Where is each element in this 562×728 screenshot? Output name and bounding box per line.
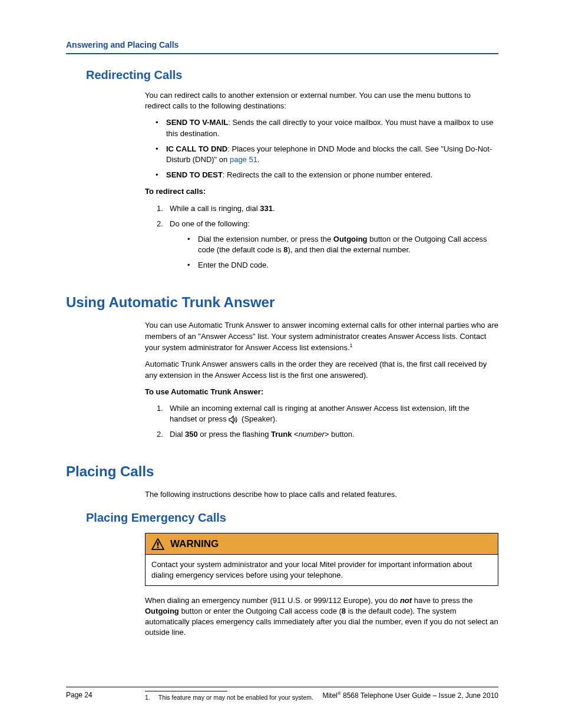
trunk-p1-text: You can use Automatic Trunk Answer to an… <box>145 321 498 352</box>
heading-emergency: Placing Emergency Calls <box>86 511 498 525</box>
text: button or enter the Outgoing Call access… <box>179 607 342 615</box>
list-item: SEND TO V-MAIL: Sends the call directly … <box>156 117 498 139</box>
step: While an incoming external call is ringi… <box>157 403 498 424</box>
button-name: Outgoing <box>333 235 368 243</box>
step-text: > button. <box>325 430 355 439</box>
heading-redirecting-calls: Redirecting Calls <box>86 68 498 82</box>
text: have to press the <box>412 596 472 605</box>
warning-icon <box>151 538 164 550</box>
list-item: IC CALL TO DND: Places your telephone in… <box>156 144 498 165</box>
redirecting-intro: You can redirect calls to another extens… <box>145 90 498 111</box>
speaker-icon <box>229 416 239 424</box>
warning-label: WARNING <box>170 537 219 551</box>
step-text: (Speaker). <box>239 414 277 423</box>
substep: Dial the extension number, or press the … <box>187 234 498 255</box>
button-name: Outgoing <box>145 607 179 615</box>
page-footer: Page 24 Mitel® 8568 Telephone User Guide… <box>66 687 498 700</box>
page-number: Page 24 <box>66 691 92 700</box>
step: While a call is ringing, dial 331. <box>157 203 498 214</box>
redirecting-list: SEND TO V-MAIL: Sends the call directly … <box>156 117 498 180</box>
warning-body-text: Contact your system administrator and yo… <box>146 555 498 585</box>
code: 8 <box>342 607 346 615</box>
page-link[interactable]: page 51 <box>230 155 257 164</box>
dial-code: 350 <box>185 430 198 439</box>
doc-title: 8568 Telephone User Guide – Issue 2, Jun… <box>341 691 498 700</box>
emergency-body: WARNING Contact your system administrato… <box>145 533 498 638</box>
substep-text: Dial the extension number, or press the <box>198 235 333 243</box>
warning-box: WARNING Contact your system administrato… <box>145 533 498 586</box>
item-label: SEND TO DEST <box>166 170 223 179</box>
heading-trunk-answer: Using Automatic Trunk Answer <box>66 294 498 311</box>
step-text: While a call is ringing, dial <box>170 204 260 213</box>
item-label: IC CALL TO DND <box>166 144 227 153</box>
step-text: Dial <box>170 430 185 439</box>
trunk-steps: While an incoming external call is ringi… <box>157 403 498 440</box>
footnote-ref: 1 <box>350 342 353 348</box>
button-name: Trunk <box>271 430 292 439</box>
footer-right: Mitel® 8568 Telephone User Guide – Issue… <box>322 691 498 700</box>
warning-header: WARNING <box>146 533 498 555</box>
brand: Mitel <box>322 691 337 700</box>
heading-placing-calls: Placing Calls <box>66 463 498 480</box>
howto-label: To use Automatic Trunk Answer: <box>145 387 498 397</box>
substep: Enter the DND code. <box>187 260 498 271</box>
item-text: . <box>257 155 260 164</box>
emphasis-not: not <box>400 596 412 605</box>
redirecting-body: You can redirect calls to another extens… <box>145 90 498 271</box>
step: Do one of the following: Dial the extens… <box>157 219 498 271</box>
trunk-body: You can use Automatic Trunk Answer to an… <box>145 320 498 440</box>
svg-rect-1 <box>157 546 159 548</box>
dial-code: 331 <box>260 204 273 213</box>
step-text: or press the flashing <box>198 430 271 439</box>
text: When dialing an emergency number (911 U.… <box>145 596 400 605</box>
page: Answering and Placing Calls Redirecting … <box>0 0 562 728</box>
running-header: Answering and Placing Calls <box>66 40 498 54</box>
item-text: : Redirects the call to the extension or… <box>223 170 432 179</box>
substeps: Dial the extension number, or press the … <box>187 234 498 271</box>
step-text: Do one of the following: <box>170 219 250 228</box>
code: 8 <box>283 245 287 254</box>
item-label: SEND TO V-MAIL <box>166 118 228 127</box>
emergency-paragraph: When dialing an emergency number (911 U.… <box>145 595 498 638</box>
step: Dial 350 or press the flashing Trunk <nu… <box>157 429 498 440</box>
redirect-steps: While a call is ringing, dial 331. Do on… <box>157 203 498 271</box>
trunk-p1: You can use Automatic Trunk Answer to an… <box>145 320 498 353</box>
trunk-p2: Automatic Trunk Answer answers calls in … <box>145 359 498 380</box>
placing-body: The following instructions describe how … <box>145 489 498 500</box>
step-text: < <box>292 430 298 439</box>
svg-rect-0 <box>157 542 159 545</box>
list-item: SEND TO DEST: Redirects the call to the … <box>156 170 498 180</box>
substep-text: ), and then dial the external number. <box>288 245 411 254</box>
placing-intro: The following instructions describe how … <box>145 489 498 500</box>
howto-label: To redirect calls: <box>145 186 498 197</box>
placeholder: number <box>299 430 325 439</box>
step-text: . <box>273 204 275 213</box>
step-text: While an incoming external call is ringi… <box>170 404 470 423</box>
